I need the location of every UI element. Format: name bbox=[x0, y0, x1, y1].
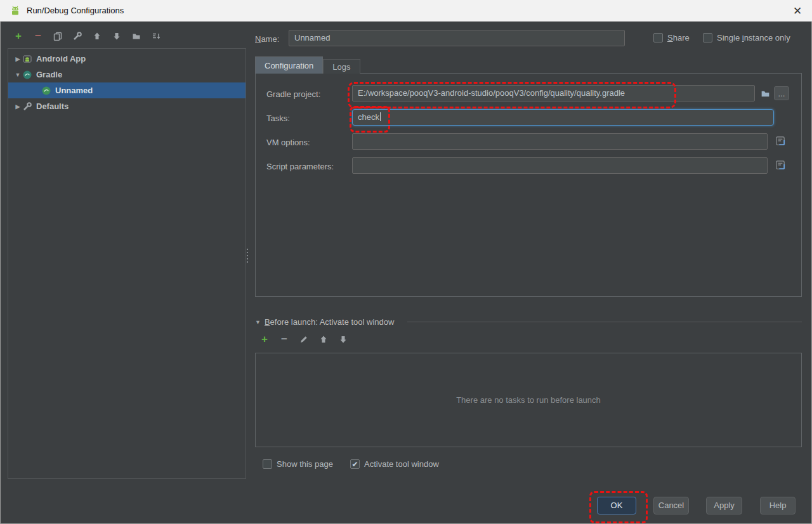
tree-item-defaults[interactable]: ▶ Defaults bbox=[8, 98, 246, 114]
gradle-icon bbox=[22, 70, 32, 80]
before-launch-divider bbox=[407, 322, 802, 322]
tree-item-unnamed[interactable]: Unnamed bbox=[8, 82, 246, 98]
gradle-project-input[interactable]: E:/workspace/pooqV3-android-studio/pooqV… bbox=[352, 85, 755, 102]
single-instance-checkbox[interactable]: Single instance only bbox=[703, 33, 790, 43]
run-debug-configurations-dialog: Run/Debug Configurations ✕ + − bbox=[0, 0, 812, 524]
tree-item-label: Unnamed bbox=[55, 86, 93, 95]
tree-item-android-app[interactable]: ▶ Android App bbox=[8, 51, 246, 67]
chevron-right-icon[interactable]: ▶ bbox=[13, 56, 22, 62]
tree-item-gradle[interactable]: ▼ Gradle bbox=[8, 67, 246, 82]
remove-configuration-icon[interactable]: − bbox=[32, 30, 44, 42]
tree-item-label: Gradle bbox=[36, 70, 62, 79]
create-folder-icon[interactable] bbox=[131, 30, 142, 42]
gradle-icon bbox=[41, 86, 51, 96]
name-input[interactable]: Unnamed bbox=[289, 30, 625, 46]
remove-task-icon[interactable]: − bbox=[278, 334, 290, 345]
share-label: Share bbox=[667, 33, 690, 43]
script-parameters-input[interactable] bbox=[352, 157, 768, 174]
android-app-icon bbox=[22, 54, 32, 64]
move-down-icon[interactable] bbox=[337, 334, 349, 345]
vm-options-input[interactable] bbox=[352, 133, 768, 150]
configuration-tab-panel bbox=[255, 73, 802, 297]
gradle-project-label: Gradle project: bbox=[266, 89, 320, 99]
check-icon: ✔ bbox=[351, 461, 358, 468]
wrench-icon bbox=[22, 102, 32, 112]
help-button[interactable]: Help bbox=[760, 497, 796, 514]
move-down-icon[interactable] bbox=[111, 30, 122, 42]
tab-logs[interactable]: Logs bbox=[323, 59, 360, 74]
close-icon[interactable]: ✕ bbox=[790, 4, 804, 18]
checkbox-checked: ✔ bbox=[350, 459, 360, 469]
checkbox-unchecked bbox=[703, 33, 712, 43]
before-launch-header[interactable]: ▼ Before launch: Activate tool window bbox=[255, 317, 394, 327]
move-up-icon[interactable] bbox=[318, 334, 329, 345]
add-configuration-icon[interactable]: + bbox=[13, 30, 24, 42]
copy-configuration-icon[interactable] bbox=[52, 30, 63, 42]
apply-button[interactable]: Apply bbox=[706, 497, 742, 514]
checkbox-unchecked bbox=[263, 459, 272, 469]
text-cursor bbox=[380, 112, 381, 121]
title-bar: Run/Debug Configurations ✕ bbox=[0, 0, 812, 22]
vm-options-label: VM options: bbox=[266, 138, 310, 147]
show-this-page-label: Show this page bbox=[277, 459, 333, 469]
tasks-label: Tasks: bbox=[266, 114, 290, 123]
checkbox-unchecked bbox=[653, 33, 663, 43]
tasks-input[interactable]: check bbox=[352, 109, 774, 126]
name-label: Name: bbox=[255, 34, 279, 44]
script-parameters-label: Script parameters: bbox=[266, 162, 334, 171]
tree-item-label: Android App bbox=[36, 54, 86, 63]
edit-defaults-icon[interactable] bbox=[72, 30, 83, 42]
chevron-down-icon[interactable]: ▼ bbox=[13, 72, 22, 78]
browse-ellipsis-button[interactable]: ... bbox=[774, 86, 789, 100]
empty-task-list-text: There are no tasks to run before launch bbox=[255, 353, 802, 447]
single-instance-label: Single instance only bbox=[717, 33, 790, 43]
ok-button[interactable]: OK bbox=[597, 497, 636, 514]
tree-item-label: Defaults bbox=[36, 102, 69, 111]
android-studio-icon bbox=[9, 4, 22, 17]
edit-task-icon[interactable] bbox=[298, 334, 310, 345]
activate-tool-window-checkbox[interactable]: ✔ Activate tool window bbox=[350, 459, 439, 469]
splitter-handle[interactable] bbox=[245, 249, 249, 263]
sort-configurations-icon[interactable] bbox=[150, 30, 162, 42]
activate-tool-window-label: Activate tool window bbox=[364, 459, 439, 469]
share-checkbox[interactable]: Share bbox=[653, 33, 690, 43]
add-task-icon[interactable]: + bbox=[259, 334, 270, 345]
before-launch-toolbar: + − bbox=[259, 334, 349, 345]
chevron-right-icon[interactable]: ▶ bbox=[13, 103, 22, 110]
browse-folder-icon[interactable] bbox=[758, 86, 772, 100]
expand-editor-icon[interactable] bbox=[773, 158, 787, 172]
expand-editor-icon[interactable] bbox=[773, 134, 787, 148]
configurations-tree: ▶ Android App ▼ Gradle bbox=[8, 48, 246, 479]
move-up-icon[interactable] bbox=[91, 30, 103, 42]
chevron-down-icon[interactable]: ▼ bbox=[255, 319, 261, 325]
configurations-toolbar: + − bbox=[13, 30, 162, 42]
cancel-button[interactable]: Cancel bbox=[653, 497, 689, 514]
before-launch-title: Before launch: Activate tool window bbox=[265, 317, 395, 327]
tab-configuration[interactable]: Configuration bbox=[255, 56, 323, 74]
window-title: Run/Debug Configurations bbox=[27, 6, 124, 15]
config-tabs: Configuration Logs bbox=[255, 56, 360, 74]
show-this-page-checkbox[interactable]: Show this page bbox=[263, 459, 333, 469]
